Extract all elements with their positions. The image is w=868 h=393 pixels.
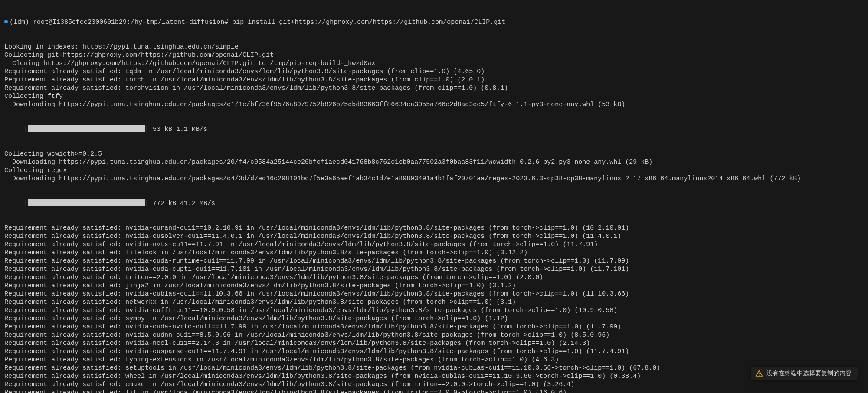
terminal-output-line: Requirement already satisfied: lit in /u…: [4, 389, 865, 393]
terminal-output-line: Requirement already satisfied: typing-ex…: [4, 356, 865, 364]
terminal-output-line: Collecting regex: [4, 166, 865, 175]
terminal-output-line: Requirement already satisfied: nvidia-cu…: [4, 323, 865, 331]
terminal-output-line: Requirement already satisfied: nvidia-cu…: [4, 348, 865, 356]
terminal-output-line: Requirement already satisfied: cmake in …: [4, 380, 865, 389]
terminal-output-line: Requirement already satisfied: triton==2…: [4, 273, 865, 282]
terminal-output-line: Cloning https://ghproxy.com/https://gith…: [4, 59, 865, 68]
progress-bar-2: || 772 kB 41.2 MB/s: [4, 199, 865, 208]
terminal-output-line: Requirement already satisfied: nvidia-cu…: [4, 224, 865, 232]
terminal-output-line: Requirement already satisfied: torchvisi…: [4, 84, 865, 92]
terminal-output-line: Requirement already satisfied: nvidia-cu…: [4, 232, 865, 240]
terminal-output-line: Collecting ftfy: [4, 92, 865, 101]
toast-text: 没有在终端中选择要复制的内容: [766, 369, 852, 377]
progress-tail-2: 772 kB 41.2 MB/s: [149, 200, 215, 207]
progress-bar-1: || 53 kB 1.1 MB/s: [4, 125, 865, 133]
prompt-line: (ldm) root@I1385efcc2300601b29:/hy-tmp/l…: [4, 18, 865, 26]
terminal-area[interactable]: (ldm) root@I1385efcc2300601b29:/hy-tmp/l…: [0, 0, 868, 393]
terminal-output-line: Requirement already satisfied: nvidia-cu…: [4, 306, 865, 315]
terminal-output-line: Looking in indexes: https://pypi.tuna.ts…: [4, 43, 865, 51]
terminal-output-line: Requirement already satisfied: networkx …: [4, 298, 865, 306]
prompt-path: /hy-tmp/latent-diffusion: [131, 19, 224, 26]
prompt-userhost: root@I1385efcc2300601b29: [33, 19, 127, 26]
terminal-output-line: Requirement already satisfied: nvidia-cu…: [4, 331, 865, 339]
prompt-command: pip install git+https://ghproxy.com/http…: [232, 19, 505, 26]
status-dot-icon: [4, 20, 8, 23]
progress-fill-icon: [28, 199, 145, 206]
terminal-output-line: Requirement already satisfied: tqdm in /…: [4, 68, 865, 76]
terminal-output-line: Requirement already satisfied: nvidia-cu…: [4, 290, 865, 298]
prompt-sep: #: [224, 19, 228, 26]
terminal-output-line: Requirement already satisfied: nvidia-cu…: [4, 265, 865, 273]
terminal-output-line: Requirement already satisfied: wheel in …: [4, 372, 865, 380]
progress-fill-icon: [28, 125, 145, 132]
warning-icon: [755, 370, 763, 377]
terminal-output-line: Downloading https://pypi.tuna.tsinghua.e…: [4, 101, 865, 109]
terminal-output-line: Requirement already satisfied: nvidia-cu…: [4, 257, 865, 265]
prompt-env: (ldm): [10, 19, 29, 26]
terminal-output-line: Requirement already satisfied: setuptool…: [4, 364, 865, 372]
terminal-output-line: Requirement already satisfied: nvidia-nv…: [4, 240, 865, 249]
terminal-output-line: Downloading https://pypi.tuna.tsinghua.e…: [4, 175, 865, 183]
copy-warning-toast: 没有在终端中选择要复制的内容: [751, 367, 858, 380]
terminal-output-line: Requirement already satisfied: jinja2 in…: [4, 282, 865, 290]
terminal-output-line: Requirement already satisfied: torch in …: [4, 76, 865, 84]
terminal-output-line: Requirement already satisfied: sympy in …: [4, 315, 865, 323]
terminal-output-line: Downloading https://pypi.tuna.tsinghua.e…: [4, 158, 865, 166]
terminal-output-line: Requirement already satisfied: filelock …: [4, 249, 865, 257]
terminal-output-line: Collecting git+https://ghproxy.com/https…: [4, 51, 865, 59]
svg-point-1: [759, 374, 760, 375]
terminal-output-line: Requirement already satisfied: nvidia-nc…: [4, 339, 865, 348]
terminal-output-line: Collecting wcwidth>=0.2.5: [4, 150, 865, 158]
progress-tail-1: 53 kB 1.1 MB/s: [149, 126, 207, 133]
